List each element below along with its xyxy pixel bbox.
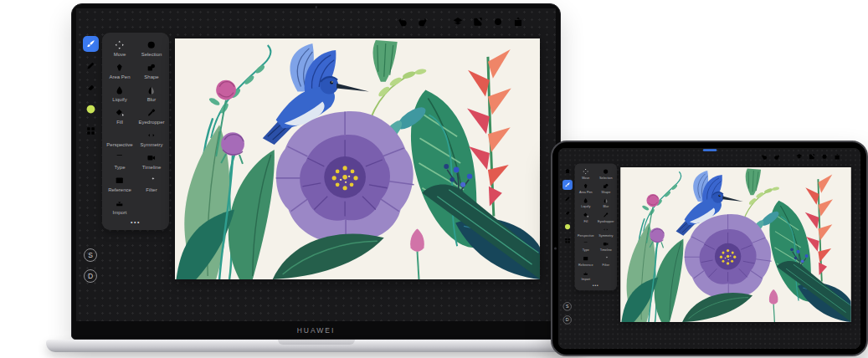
fill-icon [583, 212, 588, 217]
tool-import-button[interactable]: Import [576, 268, 596, 281]
tool-timeline-button[interactable]: Timeline [136, 151, 167, 171]
perspective-icon [583, 227, 588, 233]
tool-type-button[interactable]: Type [104, 151, 136, 171]
tool-move-button[interactable]: Move [576, 167, 596, 180]
export-button[interactable] [808, 153, 815, 161]
layers-button[interactable] [795, 153, 803, 161]
tools-panel: Move Selection Area Pen Shape Li [102, 33, 169, 230]
tool-label: Area Pen [579, 191, 593, 194]
rail-home-button[interactable] [562, 166, 573, 176]
settings-icon [492, 16, 504, 28]
tool-label: Selection [599, 176, 613, 179]
import-icon [115, 198, 125, 208]
tool-type-button[interactable]: Type [576, 240, 596, 253]
timeline-icon [603, 241, 609, 247]
rail-grid-button[interactable] [562, 236, 573, 246]
tool-timeline-button[interactable]: Timeline [596, 240, 616, 253]
s-badge-button[interactable]: S [84, 248, 97, 262]
tool-blur-button[interactable]: Blur [596, 197, 616, 209]
fill-icon [115, 108, 125, 118]
tool-fill-button[interactable]: Fill [104, 106, 136, 126]
d-badge-button[interactable]: D [563, 315, 572, 324]
settings-button[interactable] [821, 153, 829, 161]
rail-brush-button[interactable] [83, 36, 99, 52]
tool-filter-button[interactable]: Filter [136, 174, 167, 194]
home-icon [564, 167, 571, 174]
tool-filter-button[interactable]: Filter [596, 254, 616, 267]
tool-shape-button[interactable]: Shape [136, 61, 167, 81]
tool-label: Fill [116, 120, 123, 125]
undo-button[interactable] [397, 16, 408, 28]
rail-pen-button[interactable] [83, 58, 99, 74]
more-tools-button[interactable]: ••• [576, 282, 616, 289]
layers-icon [795, 153, 803, 161]
close-button[interactable] [532, 16, 544, 28]
handle-pill[interactable] [703, 149, 716, 151]
tool-label: Filter [146, 187, 157, 192]
tool-move-button[interactable]: Move [104, 38, 136, 59]
paint-app: S D Move Selection [76, 8, 556, 321]
tool-liquify-button[interactable]: Liquify [576, 197, 596, 209]
tablet-camera-icon [554, 248, 557, 250]
tool-symmetry-button[interactable]: Symmetry [596, 225, 616, 238]
tool-rail [80, 36, 100, 139]
tool-reference-button[interactable]: Reference [576, 254, 596, 267]
more-tools-button[interactable]: ••• [104, 217, 167, 227]
tool-area-pen-button[interactable]: Area Pen [104, 61, 136, 81]
tool-perspective-button[interactable]: Perspective [104, 129, 136, 149]
tool-blur-button[interactable]: Blur [136, 84, 167, 104]
tool-eyedropper-button[interactable]: Eyedropper [596, 211, 616, 223]
reference-icon [583, 255, 588, 261]
settings-button[interactable] [492, 16, 504, 28]
eyedropper-icon [603, 212, 609, 217]
selection-icon [603, 168, 609, 174]
tool-fill-button[interactable]: Fill [576, 211, 596, 223]
rail-color-swatch-button[interactable] [562, 222, 573, 232]
rail-eraser-button[interactable] [83, 79, 99, 95]
symmetry-icon [603, 227, 609, 233]
s-badge-button[interactable]: S [563, 302, 572, 310]
share-button[interactable] [834, 153, 841, 161]
tool-symmetry-button[interactable]: Symmetry [136, 129, 167, 149]
tools-grid: Move Selection Area Pen Shape Li [104, 38, 167, 217]
tool-reference-button[interactable]: Reference [104, 174, 136, 194]
laptop-base-notch [278, 340, 355, 345]
tool-perspective-button[interactable]: Perspective [576, 225, 596, 238]
rail-grid-button[interactable] [83, 123, 99, 139]
tool-shape-button[interactable]: Shape [596, 182, 616, 194]
rail-eraser-button[interactable] [562, 207, 573, 217]
tool-selection-button[interactable]: Selection [136, 38, 167, 59]
drawing-canvas[interactable] [620, 167, 850, 322]
tool-liquify-button[interactable]: Liquify [104, 84, 136, 104]
layers-button[interactable] [452, 16, 464, 28]
tool-label: Filter [603, 263, 609, 266]
tool-eyedropper-button[interactable]: Eyedropper [136, 106, 167, 126]
tool-import-button[interactable]: Import [104, 197, 136, 217]
close-button[interactable] [846, 153, 854, 161]
eyedropper-icon [146, 108, 157, 118]
tools-grid: Move Selection Area Pen Shape [576, 167, 616, 282]
export-button[interactable] [472, 16, 484, 28]
tool-label: Move [114, 52, 126, 57]
app-topbar [397, 16, 544, 28]
timeline-icon [146, 153, 157, 163]
rail-badges: S D [561, 302, 573, 324]
undo-button[interactable] [761, 153, 768, 161]
tool-label: Eyedropper [598, 219, 614, 222]
rail-color-swatch-button[interactable] [83, 101, 99, 117]
rail-pen-button[interactable] [562, 194, 573, 204]
area-pen-icon [583, 183, 588, 189]
redo-button[interactable] [417, 16, 429, 28]
share-button[interactable] [512, 16, 524, 28]
drawing-canvas[interactable] [175, 38, 540, 279]
tool-area-pen-button[interactable]: Area Pen [576, 182, 596, 194]
redo-button[interactable] [773, 153, 781, 161]
tool-selection-button[interactable]: Selection [596, 167, 616, 180]
move-icon [115, 40, 125, 50]
tool-label: Reference [578, 263, 593, 266]
d-badge-button[interactable]: D [84, 269, 97, 283]
tablet-screen: S D Move Selection [558, 148, 860, 349]
rail-brush-button[interactable] [562, 180, 573, 190]
color-swatch-icon [564, 223, 571, 230]
liquify-icon [115, 85, 125, 95]
